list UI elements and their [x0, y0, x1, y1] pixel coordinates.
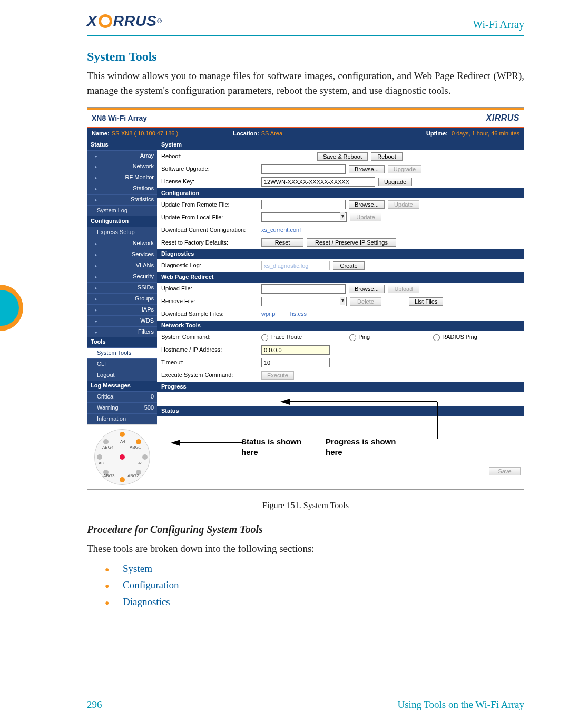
reboot-button[interactable]: Reboot [371, 152, 403, 161]
xirrus-logo: X RRUS ® [87, 11, 162, 32]
update-remote-button[interactable]: Update [388, 200, 419, 209]
nav-item-network[interactable]: Network [87, 161, 157, 172]
nav-item-ssids[interactable]: SSIDs [87, 282, 157, 293]
upload-button[interactable]: Upload [388, 285, 419, 293]
update-local-button[interactable]: Update [350, 213, 381, 221]
nav-item-filters[interactable]: Filters [87, 326, 157, 337]
name-label: Name: [92, 130, 110, 138]
license-key-label: License Key: [161, 178, 261, 186]
upload-browse-button[interactable]: Browse... [349, 285, 385, 293]
name-value: SS-XN8 ( 10.100.47.186 ) [112, 130, 179, 138]
hostname-input[interactable] [261, 345, 330, 355]
bullet-configuration: Configuration [105, 578, 524, 593]
list-files-button[interactable]: List Files [409, 297, 443, 306]
diagnostic-log-label: Diagnostic Log: [161, 261, 261, 270]
page-number: 296 [87, 697, 102, 712]
execute-command-label: Execute System Command: [161, 371, 261, 380]
nav-item-vlans[interactable]: VLANs [87, 260, 157, 271]
execute-button[interactable]: Execute [261, 371, 294, 380]
nav-item-logout[interactable]: Logout [87, 370, 157, 381]
left-nav: Status Array Network RF Monitor Stations… [87, 140, 157, 489]
nav-item-rf-monitor[interactable]: RF Monitor [87, 172, 157, 183]
timeout-label: Timeout: [161, 358, 261, 367]
software-upgrade-label: Software Upgrade: [161, 165, 261, 173]
radio-radius-ping[interactable]: RADIUS Ping [433, 333, 477, 342]
sample-wpr-link[interactable]: wpr.pl [261, 310, 277, 318]
section-configuration: Configuration [157, 188, 524, 199]
remove-file-label: Remove File: [161, 297, 261, 306]
nav-item-express-setup[interactable]: Express Setup [87, 227, 157, 238]
location-label: Location: [233, 130, 259, 138]
page-header: X RRUS ® Wi-Fi Array [87, 11, 524, 36]
upload-file-input[interactable] [261, 284, 346, 294]
nav-item-log-information[interactable]: Information [87, 413, 157, 424]
nav-item-system-log[interactable]: System Log [87, 205, 157, 216]
nav-item-array[interactable]: Array [87, 150, 157, 161]
bullet-system: System [105, 561, 524, 576]
radio-trace-route[interactable]: Trace Route [261, 333, 302, 342]
nav-item-iaps[interactable]: IAPs [87, 304, 157, 315]
nav-item-wds[interactable]: WDS [87, 315, 157, 326]
create-log-button[interactable]: Create [333, 261, 365, 270]
page-side-tab [0, 285, 23, 331]
update-remote-browse-button[interactable]: Browse... [349, 200, 385, 209]
license-key-input[interactable] [261, 177, 375, 187]
radio-ping[interactable]: Ping [349, 333, 370, 342]
save-reboot-button[interactable]: Save & Reboot [317, 152, 368, 161]
nav-item-system-tools[interactable]: System Tools [87, 347, 157, 358]
save-button[interactable]: Save [489, 467, 521, 475]
software-upgrade-button[interactable]: Upgrade [388, 165, 421, 173]
download-samples-label: Download Sample Files: [161, 310, 261, 318]
location-value: SS Area [261, 130, 282, 138]
nav-item-log-critical[interactable]: Critical0 [87, 391, 157, 402]
license-upgrade-button[interactable]: Upgrade [378, 178, 412, 186]
reset-preserve-button[interactable]: Reset / Preserve IP Settings [307, 238, 396, 247]
logo-text-2: RRUS [113, 11, 157, 32]
hostname-label: Hostname / IP Address: [161, 346, 261, 354]
software-browse-button[interactable]: Browse... [349, 165, 385, 173]
antenna-diagram: A4 ABG1 A1 ABG2 ABG3 A3 ABG4 [87, 424, 157, 489]
diagnostic-log-field [261, 261, 330, 270]
sample-hs-link[interactable]: hs.css [290, 310, 307, 318]
page-footer: 296 Using Tools on the Wi-Fi Array [87, 695, 524, 712]
nav-item-cli[interactable]: CLI [87, 358, 157, 370]
section-system: System [157, 140, 524, 150]
remove-file-select[interactable] [261, 297, 347, 306]
nav-item-services[interactable]: Services [87, 249, 157, 260]
window-title: XN8 Wi-Fi Array [92, 113, 147, 123]
update-local-label: Update From Local File: [161, 213, 261, 222]
download-config-label: Download Current Configuration: [161, 226, 261, 235]
section-title: System Tools [87, 47, 524, 66]
delete-button[interactable]: Delete [350, 297, 381, 306]
section-web-page-redirect: Web Page Redirect [157, 272, 524, 283]
nav-item-security[interactable]: Security [87, 271, 157, 282]
update-remote-input[interactable] [261, 200, 346, 209]
logo-text-1: X [87, 11, 97, 32]
nav-item-log-warning[interactable]: Warning500 [87, 402, 157, 413]
timeout-input[interactable] [261, 358, 330, 367]
section-diagnostics: Diagnostics [157, 249, 524, 259]
section-status: Status [157, 406, 524, 416]
main-panel: System Reboot: Save & Reboot Reboot Soft… [157, 140, 524, 489]
figure-caption: Figure 151. System Tools [87, 499, 524, 511]
nav-header-tools: Tools [87, 337, 157, 347]
update-local-select[interactable] [261, 212, 347, 222]
chapter-title: Using Tools on the Wi-Fi Array [397, 697, 524, 712]
update-remote-label: Update From Remote File: [161, 201, 261, 209]
nav-item-stations[interactable]: Stations [87, 183, 157, 194]
subheading: Procedure for Configuring System Tools [87, 522, 524, 537]
nav-item-cfg-network[interactable]: Network [87, 238, 157, 249]
system-tools-screenshot: XN8 Wi-Fi Array XIRRUS Name: SS-XN8 ( 10… [87, 107, 524, 490]
software-upgrade-input[interactable] [261, 164, 346, 174]
nav-item-groups[interactable]: Groups [87, 293, 157, 304]
download-config-link[interactable]: xs_current.conf [261, 226, 301, 235]
nav-item-statistics[interactable]: Statistics [87, 194, 157, 205]
logo-ring-icon [99, 14, 112, 28]
reset-defaults-label: Reset to Factory Defaults: [161, 239, 261, 247]
doc-title: Wi-Fi Array [473, 17, 524, 32]
bullet-diagnostics: Diagnostics [105, 595, 524, 609]
uptime-value: 0 days, 1 hour, 46 minutes [452, 130, 519, 137]
reset-button[interactable]: Reset [261, 238, 303, 247]
section-network-tools: Network Tools [157, 321, 524, 331]
section-progress: Progress [157, 382, 524, 392]
